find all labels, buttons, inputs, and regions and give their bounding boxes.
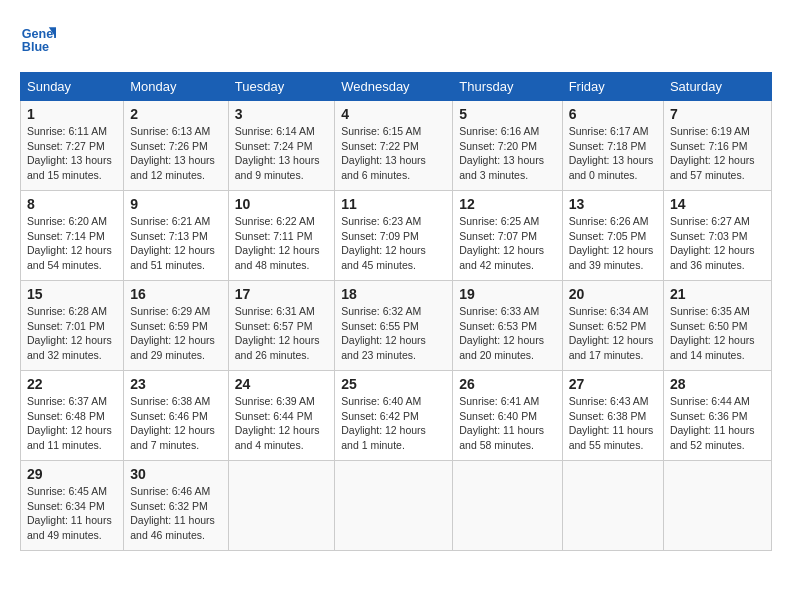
calendar-cell: 27 Sunrise: 6:43 AM Sunset: 6:38 PM Dayl… xyxy=(562,371,663,461)
day-number: 23 xyxy=(130,376,222,392)
calendar-cell xyxy=(228,461,334,551)
day-number: 10 xyxy=(235,196,328,212)
day-info: Sunrise: 6:14 AM Sunset: 7:24 PM Dayligh… xyxy=(235,124,328,183)
calendar-cell xyxy=(663,461,771,551)
day-number: 27 xyxy=(569,376,657,392)
calendar-cell: 5 Sunrise: 6:16 AM Sunset: 7:20 PM Dayli… xyxy=(453,101,562,191)
day-info: Sunrise: 6:41 AM Sunset: 6:40 PM Dayligh… xyxy=(459,394,555,453)
calendar-cell: 26 Sunrise: 6:41 AM Sunset: 6:40 PM Dayl… xyxy=(453,371,562,461)
day-info: Sunrise: 6:23 AM Sunset: 7:09 PM Dayligh… xyxy=(341,214,446,273)
day-info: Sunrise: 6:22 AM Sunset: 7:11 PM Dayligh… xyxy=(235,214,328,273)
day-info: Sunrise: 6:35 AM Sunset: 6:50 PM Dayligh… xyxy=(670,304,765,363)
calendar-cell: 28 Sunrise: 6:44 AM Sunset: 6:36 PM Dayl… xyxy=(663,371,771,461)
day-number: 20 xyxy=(569,286,657,302)
calendar-cell: 4 Sunrise: 6:15 AM Sunset: 7:22 PM Dayli… xyxy=(335,101,453,191)
col-header-monday: Monday xyxy=(124,73,229,101)
day-info: Sunrise: 6:27 AM Sunset: 7:03 PM Dayligh… xyxy=(670,214,765,273)
day-info: Sunrise: 6:26 AM Sunset: 7:05 PM Dayligh… xyxy=(569,214,657,273)
calendar-cell: 2 Sunrise: 6:13 AM Sunset: 7:26 PM Dayli… xyxy=(124,101,229,191)
calendar-cell: 7 Sunrise: 6:19 AM Sunset: 7:16 PM Dayli… xyxy=(663,101,771,191)
day-info: Sunrise: 6:37 AM Sunset: 6:48 PM Dayligh… xyxy=(27,394,117,453)
svg-text:Blue: Blue xyxy=(22,40,49,54)
calendar-cell: 8 Sunrise: 6:20 AM Sunset: 7:14 PM Dayli… xyxy=(21,191,124,281)
header-row: SundayMondayTuesdayWednesdayThursdayFrid… xyxy=(21,73,772,101)
calendar-cell xyxy=(335,461,453,551)
calendar-cell: 16 Sunrise: 6:29 AM Sunset: 6:59 PM Dayl… xyxy=(124,281,229,371)
day-number: 12 xyxy=(459,196,555,212)
day-number: 7 xyxy=(670,106,765,122)
day-info: Sunrise: 6:19 AM Sunset: 7:16 PM Dayligh… xyxy=(670,124,765,183)
day-info: Sunrise: 6:17 AM Sunset: 7:18 PM Dayligh… xyxy=(569,124,657,183)
day-number: 6 xyxy=(569,106,657,122)
calendar-cell xyxy=(562,461,663,551)
calendar-cell: 11 Sunrise: 6:23 AM Sunset: 7:09 PM Dayl… xyxy=(335,191,453,281)
calendar-cell: 22 Sunrise: 6:37 AM Sunset: 6:48 PM Dayl… xyxy=(21,371,124,461)
day-info: Sunrise: 6:44 AM Sunset: 6:36 PM Dayligh… xyxy=(670,394,765,453)
col-header-tuesday: Tuesday xyxy=(228,73,334,101)
day-info: Sunrise: 6:13 AM Sunset: 7:26 PM Dayligh… xyxy=(130,124,222,183)
col-header-wednesday: Wednesday xyxy=(335,73,453,101)
calendar-cell: 15 Sunrise: 6:28 AM Sunset: 7:01 PM Dayl… xyxy=(21,281,124,371)
day-number: 13 xyxy=(569,196,657,212)
calendar-cell: 17 Sunrise: 6:31 AM Sunset: 6:57 PM Dayl… xyxy=(228,281,334,371)
day-info: Sunrise: 6:34 AM Sunset: 6:52 PM Dayligh… xyxy=(569,304,657,363)
calendar-cell: 19 Sunrise: 6:33 AM Sunset: 6:53 PM Dayl… xyxy=(453,281,562,371)
col-header-thursday: Thursday xyxy=(453,73,562,101)
day-number: 29 xyxy=(27,466,117,482)
day-info: Sunrise: 6:38 AM Sunset: 6:46 PM Dayligh… xyxy=(130,394,222,453)
col-header-sunday: Sunday xyxy=(21,73,124,101)
calendar-table: SundayMondayTuesdayWednesdayThursdayFrid… xyxy=(20,72,772,551)
day-number: 21 xyxy=(670,286,765,302)
week-row-4: 22 Sunrise: 6:37 AM Sunset: 6:48 PM Dayl… xyxy=(21,371,772,461)
calendar-cell: 20 Sunrise: 6:34 AM Sunset: 6:52 PM Dayl… xyxy=(562,281,663,371)
calendar-cell: 3 Sunrise: 6:14 AM Sunset: 7:24 PM Dayli… xyxy=(228,101,334,191)
calendar-cell: 25 Sunrise: 6:40 AM Sunset: 6:42 PM Dayl… xyxy=(335,371,453,461)
day-number: 16 xyxy=(130,286,222,302)
day-number: 19 xyxy=(459,286,555,302)
col-header-friday: Friday xyxy=(562,73,663,101)
week-row-3: 15 Sunrise: 6:28 AM Sunset: 7:01 PM Dayl… xyxy=(21,281,772,371)
day-number: 15 xyxy=(27,286,117,302)
day-info: Sunrise: 6:29 AM Sunset: 6:59 PM Dayligh… xyxy=(130,304,222,363)
day-info: Sunrise: 6:45 AM Sunset: 6:34 PM Dayligh… xyxy=(27,484,117,543)
day-number: 18 xyxy=(341,286,446,302)
day-info: Sunrise: 6:28 AM Sunset: 7:01 PM Dayligh… xyxy=(27,304,117,363)
day-info: Sunrise: 6:43 AM Sunset: 6:38 PM Dayligh… xyxy=(569,394,657,453)
calendar-cell: 12 Sunrise: 6:25 AM Sunset: 7:07 PM Dayl… xyxy=(453,191,562,281)
day-info: Sunrise: 6:33 AM Sunset: 6:53 PM Dayligh… xyxy=(459,304,555,363)
calendar-cell: 30 Sunrise: 6:46 AM Sunset: 6:32 PM Dayl… xyxy=(124,461,229,551)
calendar-cell: 1 Sunrise: 6:11 AM Sunset: 7:27 PM Dayli… xyxy=(21,101,124,191)
day-info: Sunrise: 6:40 AM Sunset: 6:42 PM Dayligh… xyxy=(341,394,446,453)
calendar-cell: 21 Sunrise: 6:35 AM Sunset: 6:50 PM Dayl… xyxy=(663,281,771,371)
day-number: 2 xyxy=(130,106,222,122)
day-info: Sunrise: 6:11 AM Sunset: 7:27 PM Dayligh… xyxy=(27,124,117,183)
calendar-cell: 10 Sunrise: 6:22 AM Sunset: 7:11 PM Dayl… xyxy=(228,191,334,281)
day-number: 28 xyxy=(670,376,765,392)
logo-icon: General Blue xyxy=(20,20,56,56)
calendar-cell: 18 Sunrise: 6:32 AM Sunset: 6:55 PM Dayl… xyxy=(335,281,453,371)
day-number: 3 xyxy=(235,106,328,122)
day-number: 11 xyxy=(341,196,446,212)
calendar-cell: 29 Sunrise: 6:45 AM Sunset: 6:34 PM Dayl… xyxy=(21,461,124,551)
day-info: Sunrise: 6:31 AM Sunset: 6:57 PM Dayligh… xyxy=(235,304,328,363)
day-info: Sunrise: 6:21 AM Sunset: 7:13 PM Dayligh… xyxy=(130,214,222,273)
col-header-saturday: Saturday xyxy=(663,73,771,101)
day-info: Sunrise: 6:46 AM Sunset: 6:32 PM Dayligh… xyxy=(130,484,222,543)
day-number: 8 xyxy=(27,196,117,212)
day-number: 30 xyxy=(130,466,222,482)
week-row-2: 8 Sunrise: 6:20 AM Sunset: 7:14 PM Dayli… xyxy=(21,191,772,281)
calendar-cell: 9 Sunrise: 6:21 AM Sunset: 7:13 PM Dayli… xyxy=(124,191,229,281)
calendar-cell xyxy=(453,461,562,551)
day-number: 1 xyxy=(27,106,117,122)
calendar-cell: 14 Sunrise: 6:27 AM Sunset: 7:03 PM Dayl… xyxy=(663,191,771,281)
day-info: Sunrise: 6:15 AM Sunset: 7:22 PM Dayligh… xyxy=(341,124,446,183)
day-info: Sunrise: 6:16 AM Sunset: 7:20 PM Dayligh… xyxy=(459,124,555,183)
day-number: 25 xyxy=(341,376,446,392)
calendar-cell: 23 Sunrise: 6:38 AM Sunset: 6:46 PM Dayl… xyxy=(124,371,229,461)
day-number: 9 xyxy=(130,196,222,212)
day-info: Sunrise: 6:39 AM Sunset: 6:44 PM Dayligh… xyxy=(235,394,328,453)
day-number: 5 xyxy=(459,106,555,122)
day-number: 24 xyxy=(235,376,328,392)
calendar-cell: 6 Sunrise: 6:17 AM Sunset: 7:18 PM Dayli… xyxy=(562,101,663,191)
day-number: 22 xyxy=(27,376,117,392)
